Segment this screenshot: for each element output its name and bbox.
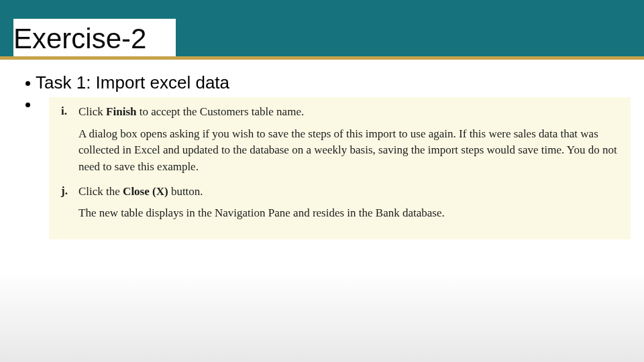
bullet-dot xyxy=(25,81,30,86)
bullet-dot xyxy=(25,103,30,107)
task-title: Task 1: Import excel data xyxy=(36,72,229,93)
step-i-sub: A dialog box opens asking if you wish to… xyxy=(78,126,619,176)
step-marker: i. xyxy=(61,104,78,118)
step-suffix: to accept the Customers table name. xyxy=(136,105,304,118)
step-j: j. Click the Close (X) button. xyxy=(61,184,619,200)
step-bold: Finish xyxy=(106,105,136,118)
step-j-sub: The new table displays in the Navigation… xyxy=(78,205,619,222)
step-prefix: Click xyxy=(78,105,106,118)
step-body: Click Finish to accept the Customers tab… xyxy=(78,104,304,121)
task-bullet-row: Task 1: Import excel data xyxy=(25,72,631,93)
step-suffix: button. xyxy=(168,185,203,198)
step-bold: Close (X) xyxy=(123,185,168,198)
second-bullet-row: i. Click Finish to accept the Customers … xyxy=(25,96,631,239)
step-marker: j. xyxy=(61,184,78,198)
step-body: Click the Close (X) button. xyxy=(78,184,203,200)
content-area: Task 1: Import excel data i. Click Finis… xyxy=(25,72,631,242)
underline-gap xyxy=(0,60,644,62)
slide-title: Exercise-2 xyxy=(13,23,146,56)
step-i: i. Click Finish to accept the Customers … xyxy=(61,104,619,121)
step-prefix: Click the xyxy=(78,185,123,198)
instructions-block: i. Click Finish to accept the Customers … xyxy=(49,97,631,239)
